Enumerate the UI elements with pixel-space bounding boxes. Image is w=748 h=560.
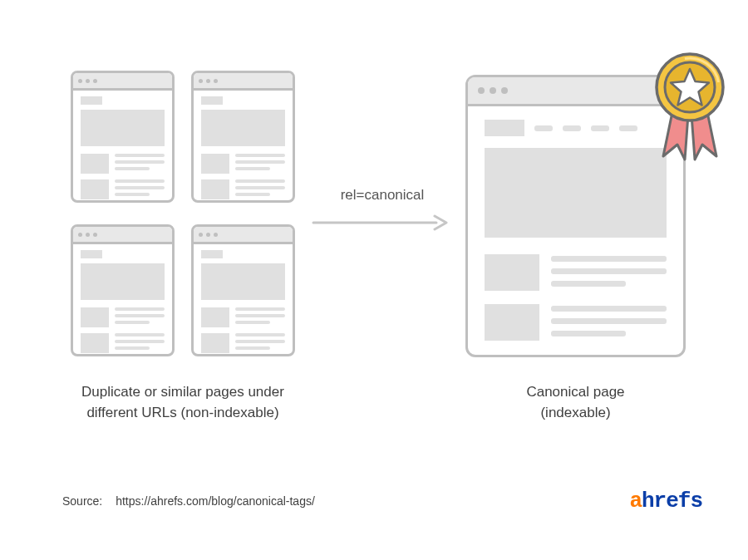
- caption-duplicates: Duplicate or similar pages under differe…: [58, 382, 308, 423]
- duplicate-page-4: [191, 224, 295, 356]
- window-dot-icon: [490, 87, 496, 94]
- window-dot-icon: [214, 233, 218, 237]
- window-dot-icon: [78, 79, 82, 83]
- window-dot-icon: [78, 233, 82, 237]
- window-titlebar: [194, 73, 293, 91]
- logo-prefix: a: [629, 489, 642, 513]
- caption-line: Canonical page: [526, 384, 624, 400]
- caption-canonical: Canonical page (indexable): [465, 382, 686, 423]
- arrow-icon: [312, 214, 449, 231]
- page-body: [194, 91, 293, 211]
- window-dot-icon: [206, 233, 210, 237]
- window-titlebar: [73, 73, 172, 91]
- window-titlebar: [468, 77, 683, 106]
- canonical-page: [465, 75, 686, 357]
- caption-line: different URLs (non-indexable): [86, 405, 278, 420]
- caption-line: Duplicate or similar pages under: [81, 384, 284, 400]
- source-line: Source: https://ahrefs.com/blog/canonica…: [62, 494, 315, 508]
- window-dot-icon: [199, 79, 203, 83]
- source-label: Source:: [62, 494, 102, 508]
- window-titlebar: [73, 227, 172, 244]
- duplicate-page-3: [71, 224, 175, 356]
- page-body: [194, 244, 293, 365]
- caption-line: (indexable): [540, 405, 610, 420]
- window-dot-icon: [206, 79, 210, 83]
- page-body: [468, 106, 683, 367]
- page-body: [73, 91, 172, 211]
- arrow-label: rel=canonical: [316, 187, 449, 204]
- duplicate-page-1: [71, 71, 175, 203]
- window-dot-icon: [86, 233, 90, 237]
- logo-rest: hrefs: [642, 489, 702, 513]
- window-dot-icon: [214, 79, 218, 83]
- window-dot-icon: [93, 233, 97, 237]
- duplicate-page-2: [191, 71, 295, 203]
- ahrefs-logo: ahrefs: [629, 489, 702, 513]
- window-dot-icon: [199, 233, 203, 237]
- window-dot-icon: [93, 79, 97, 83]
- source-url: https://ahrefs.com/blog/canonical-tags/: [116, 494, 315, 508]
- page-body: [73, 244, 172, 365]
- window-dot-icon: [478, 87, 485, 94]
- window-dot-icon: [86, 79, 90, 83]
- window-titlebar: [194, 227, 293, 244]
- window-dot-icon: [501, 87, 508, 94]
